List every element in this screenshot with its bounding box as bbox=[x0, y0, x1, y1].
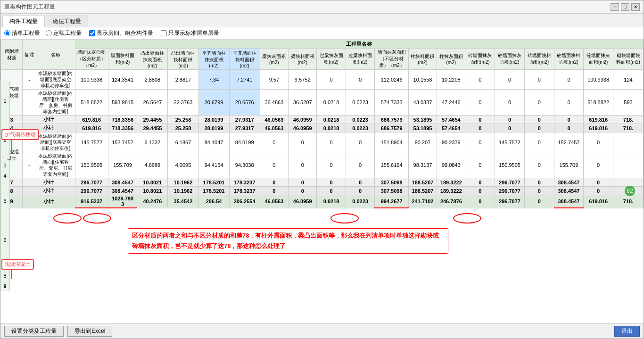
cell-val-6-18: 0 bbox=[584, 152, 613, 178]
col-wall-plaster-no-material: 墙面抹灰面积（不区分材质）（m2） bbox=[375, 49, 408, 70]
col-brick-wall-tile-m2: 砖墙面块料面积(m2) bbox=[524, 49, 554, 70]
cell-st-7-14: 0 bbox=[465, 178, 495, 187]
cell-st-8-18: 0 bbox=[584, 187, 613, 195]
cell-st-4-15: 0 bbox=[495, 124, 525, 132]
cell-total-9-6: 206.2554 bbox=[229, 195, 260, 208]
cell-name-9: 小计 bbox=[23, 195, 75, 208]
title-bar: 查看构件图元工程量 ─ □ ✕ bbox=[0, 0, 644, 14]
cell-name-8: 小计 bbox=[23, 187, 75, 195]
cell-val-1-14: 0 bbox=[465, 70, 495, 90]
cell-val-1-6: 7.2741 bbox=[229, 70, 260, 90]
cell-total-9-15: 296.7077 bbox=[495, 195, 525, 208]
cell-total-9-13: 246.7876 bbox=[437, 195, 465, 208]
tab-method-quantity[interactable]: 做法工程量 bbox=[46, 16, 88, 27]
cell-st-8-3: 10.8021 bbox=[137, 187, 168, 195]
table-wrapper[interactable]: 所附墙材质 备注 名称 工程里名称 墙面抹灰面积（区分材质）（m2） 墙面块料面… bbox=[0, 40, 644, 322]
cell-st-3-13: 57.4654 bbox=[437, 116, 465, 124]
cell-total-9-3: 40.2476 bbox=[137, 195, 168, 208]
cell-val-1-13: 10.2208 bbox=[437, 70, 465, 90]
cell-st-7-15: 296.7077 bbox=[495, 178, 525, 187]
cell-val-5-17: 152.7457 bbox=[554, 132, 584, 152]
exit-button[interactable]: 退出 bbox=[614, 326, 640, 337]
cell-st-3-6: 27.9317 bbox=[229, 116, 260, 124]
cell-st-3-1: 619.816 bbox=[75, 116, 108, 124]
tab-component-quantity[interactable]: 构件工程量 bbox=[2, 16, 45, 27]
export-excel-button[interactable]: 导出到Excel bbox=[67, 326, 112, 337]
cell-val-6-12: 98.3137 bbox=[408, 152, 437, 178]
cell-val-6-4: 4.0095 bbox=[168, 152, 198, 178]
cell-st-3-18: 619.816 bbox=[584, 116, 613, 124]
cell-st-8-12: 188.5207 bbox=[408, 187, 437, 195]
cell-st-4-2: 718.3356 bbox=[108, 124, 137, 132]
cell-total-9-5: 206.54 bbox=[198, 195, 229, 208]
cell-val-1-9: 0 bbox=[317, 70, 346, 90]
cell-val-5-5: 84.1047 bbox=[198, 132, 229, 152]
cell-st-8-8: 0 bbox=[289, 187, 317, 195]
cell-val-5-10: 0 bbox=[346, 132, 375, 152]
cell-st-7-11: 307.5098 bbox=[375, 178, 408, 187]
cell-st-7-2: 308.4547 bbox=[108, 178, 137, 187]
checkbox-show-room[interactable]: 显示房间、组合构件量 bbox=[89, 29, 153, 37]
cell-total-9-1: 916.5237 bbox=[75, 195, 108, 208]
green-indicator-button[interactable]: 62 bbox=[625, 186, 635, 196]
col-wall-plaster-area-by-material: 墙面抹灰面积（区分材质）（m2） bbox=[75, 49, 108, 70]
cell-st-8-9: 0 bbox=[317, 187, 346, 195]
table-row-subtotal-3: 3 小计 619.816 718.3356 29.4455 25.258 28.… bbox=[1, 116, 644, 124]
cell-st-4-1: 619.816 bbox=[75, 124, 108, 132]
cell-val-5-14: 0 bbox=[465, 132, 495, 152]
cell-val-5-9: 0 bbox=[317, 132, 346, 152]
col-brick-wall-plaster-m2: 砖墙面抹灰面积(m2) bbox=[465, 49, 495, 70]
cell-name-6: 水泥砂浆墙面[内墙面][住宅客厅、套房、书房等套内空间] bbox=[36, 152, 75, 178]
row-num-3: 3 bbox=[0, 160, 10, 171]
cell-st-4-17: 0 bbox=[554, 124, 584, 132]
cell-name-3: 小计 bbox=[23, 116, 75, 124]
cell-val-1-18: 100.9338 bbox=[584, 70, 613, 90]
cell-val-5-8: 0 bbox=[289, 132, 317, 152]
cell-st-8-11: 307.5098 bbox=[375, 187, 408, 195]
radio-bill-quantity[interactable]: 清单工程量 bbox=[4, 29, 40, 37]
radio-group-quantity-type: 清单工程量 定额工程量 bbox=[4, 29, 82, 37]
bottom-left-buttons: 设置分类及工程量 导出到Excel bbox=[4, 326, 112, 337]
cell-val-1-8: 9.5752 bbox=[289, 70, 317, 90]
cell-total-9-7: 46.0563 bbox=[260, 195, 288, 208]
row-num-9: 9 bbox=[0, 281, 10, 291]
cell-note-1: - bbox=[23, 70, 36, 90]
cell-val-5-11: 151.8904 bbox=[375, 132, 408, 152]
cell-st-8-7: 0 bbox=[260, 187, 288, 195]
cell-st-4-13: 57.4654 bbox=[437, 124, 465, 132]
cell-val-5-13: 90.2379 bbox=[437, 132, 465, 152]
cell-st-4-9: 0.0218 bbox=[317, 124, 346, 132]
maximize-button[interactable]: □ bbox=[621, 3, 629, 11]
col-flush-col-tile: 平齐墙面柱块料面积(m2) bbox=[229, 49, 260, 70]
table-row: 加气砌砖块墙 - 水泥砂浆墙面[内墙面][底层架空非机动停车位] 100.933… bbox=[1, 70, 644, 90]
cell-val-1-11: 112.0246 bbox=[375, 70, 408, 90]
toolbar: 清单工程量 定额工程量 显示房间、组合构件量 只显示标准层单层量 bbox=[0, 27, 644, 40]
col-lintel-tile: 过梁块料面积(m2) bbox=[346, 49, 375, 70]
radio-quota-quantity[interactable]: 定额工程量 bbox=[46, 29, 82, 37]
cell-st-4-11: 686.7579 bbox=[375, 124, 408, 132]
cell-val-6-17: 155.709 bbox=[554, 152, 584, 178]
col-protruding-col-plaster: 凸出墙面柱抹灰面积(m2) bbox=[137, 49, 168, 70]
cell-st-3-9: 0.0218 bbox=[317, 116, 346, 124]
cell-st-4-12: 53.1895 bbox=[408, 124, 437, 132]
cell-val-5-16: 0 bbox=[524, 132, 554, 152]
set-category-button[interactable]: 设置分类及工程量 bbox=[4, 326, 64, 337]
cell-st-7-16: 0 bbox=[524, 178, 554, 187]
table-row: - 水泥砂浆墙面[内墙面][住宅客厅、套房、书房等套内空间] 150.9505 … bbox=[1, 152, 644, 178]
cell-val-2-8: 36.5207 bbox=[289, 90, 317, 116]
cell-val-1-3: 2.8808 bbox=[137, 70, 168, 90]
cell-val-5-12: 90.207 bbox=[408, 132, 437, 152]
cell-val-6-8: 0 bbox=[289, 152, 317, 178]
cell-st-8-4: 10.1962 bbox=[168, 187, 198, 195]
close-button[interactable]: ✕ bbox=[631, 3, 640, 11]
minimize-button[interactable]: ─ bbox=[611, 3, 619, 11]
checkbox-standard-floor[interactable]: 只显示标准层单层量 bbox=[161, 29, 219, 37]
cell-total-9-10: 0.0223 bbox=[346, 195, 375, 208]
cell-val-2-2: 593.9815 bbox=[108, 90, 137, 116]
cell-st-7-10: 0 bbox=[346, 178, 375, 187]
cell-total-9-18: 619.816 bbox=[584, 195, 613, 208]
cell-st-7-6: 178.3237 bbox=[229, 178, 260, 187]
cell-st-3-11: 686.7579 bbox=[375, 116, 408, 124]
cell-val-6-15: 150.9505 bbox=[495, 152, 525, 178]
cell-val-6-6: 94.3038 bbox=[229, 152, 260, 178]
